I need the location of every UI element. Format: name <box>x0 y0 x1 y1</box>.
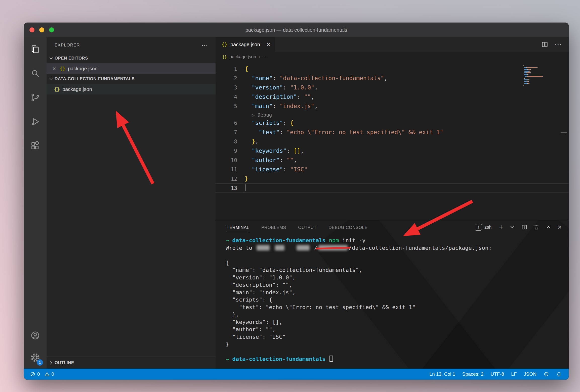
settings-gear-icon[interactable]: 1 <box>24 347 47 369</box>
warning-icon <box>44 371 50 377</box>
chevron-right-icon: › <box>259 54 260 60</box>
terminal-line: "license": "ISC" <box>226 333 569 341</box>
editor-more-actions-icon[interactable]: ⋯ <box>555 43 562 46</box>
desktop-background: package.json — data-collection-fundament… <box>0 0 580 392</box>
new-terminal-icon[interactable]: + <box>499 226 503 228</box>
code-line[interactable]: 2 "name": "data-collection-fundamentals"… <box>216 74 569 83</box>
account-icon[interactable] <box>24 324 47 347</box>
terminal-shell-selector[interactable]: ❯ zsh <box>475 224 491 231</box>
scrollbar-mark <box>561 132 567 133</box>
tab-problems[interactable]: PROBLEMS <box>261 222 286 233</box>
activity-source-control-icon[interactable] <box>24 85 47 110</box>
split-terminal-icon[interactable] <box>521 224 527 230</box>
language-mode-status[interactable]: JSON <box>524 371 536 377</box>
eol-status[interactable]: LF <box>511 371 517 377</box>
json-file-icon: {} <box>222 42 227 47</box>
code-line[interactable]: 9 "keywords": [], <box>216 146 569 156</box>
terminal-line: "keywords": [], <box>226 318 569 326</box>
feedback-icon[interactable] <box>544 371 549 377</box>
code-line[interactable]: 7 "test": "echo \"Error: no test specifi… <box>216 128 569 137</box>
code-line[interactable]: 10 "author": "", <box>216 156 569 165</box>
split-editor-icon[interactable] <box>542 41 548 48</box>
code-line[interactable]: 13 <box>216 183 569 193</box>
close-tab-icon[interactable]: × <box>267 41 270 48</box>
line-number: 1 <box>216 65 237 74</box>
code-line[interactable]: 8 }, <box>216 137 569 146</box>
activity-extensions-icon[interactable] <box>24 134 47 158</box>
line-number: 5 <box>216 102 237 111</box>
error-count: 0 <box>37 371 40 377</box>
line-number: 4 <box>216 92 237 102</box>
code-line[interactable]: 12} <box>216 174 569 183</box>
close-panel-icon[interactable]: × <box>558 226 562 228</box>
code-line[interactable]: 6 "scripts": { <box>216 118 569 128</box>
terminal-line: }, <box>226 311 569 318</box>
line-number: 10 <box>216 156 237 165</box>
breadcrumb-more[interactable]: … <box>263 54 267 60</box>
code-line[interactable]: 3 "version": "1.0.0", <box>216 83 569 92</box>
line-number: 13 <box>216 184 237 193</box>
chevron-right-icon <box>49 360 54 365</box>
line-number: 2 <box>216 74 237 83</box>
chevron-down-icon <box>49 56 54 61</box>
window-title: package.json — data-collection-fundament… <box>24 27 569 33</box>
encoding-status[interactable]: UTF-8 <box>490 371 504 377</box>
terminal-content[interactable]: → data-collection-fundamentals npm init … <box>216 234 569 363</box>
editor-tab-bar: {} package.json × ⋯ <box>216 37 569 52</box>
tab-output[interactable]: OUTPUT <box>298 222 316 233</box>
editor-code-area[interactable]: 1{2 "name": "data-collection-fundamental… <box>216 62 569 220</box>
code-line[interactable]: 11 "license": "ISC" <box>216 165 569 174</box>
status-bar: 0 0 Ln 13, Col 1 Spaces: 2 UTF-8 LF JSON <box>24 369 569 380</box>
folder-section-header[interactable]: DATA-COLLECTION-FUNDAMENTALS <box>47 74 216 84</box>
indentation-status[interactable]: Spaces: 2 <box>462 371 484 377</box>
line-number: 11 <box>216 165 237 174</box>
activity-search-icon[interactable] <box>24 61 47 85</box>
editor-actions: ⋯ <box>542 37 569 52</box>
code-line[interactable]: 1{ <box>216 64 569 74</box>
activity-bar: 1 <box>24 37 47 369</box>
terminal-line: } <box>226 340 569 348</box>
sidebar-more-actions-icon[interactable]: ⋯ <box>201 44 208 46</box>
breadcrumb[interactable]: {} package.json › … <box>216 52 569 62</box>
terminal-line: "main": "index.js", <box>226 289 569 296</box>
cursor-position-status[interactable]: Ln 13, Col 1 <box>429 371 455 377</box>
problems-status[interactable]: 0 0 <box>30 371 54 377</box>
open-editor-item-package-json[interactable]: × {} package.json <box>47 63 216 74</box>
terminal-line: → data-collection-fundamentals npm init … <box>226 237 569 244</box>
activity-run-debug-icon[interactable] <box>24 110 47 134</box>
tab-debug-console[interactable]: DEBUG CONSOLE <box>328 222 367 233</box>
terminal-line: Wrote to //data-collection-fundamentals/… <box>226 244 569 252</box>
code-line[interactable]: 5 "main": "index.js", <box>216 102 569 111</box>
terminal-icon: ❯ <box>475 224 482 231</box>
maximize-panel-chevron-up-icon[interactable] <box>546 224 552 230</box>
codelens-debug-action[interactable]: ▷ Debug <box>252 112 272 118</box>
close-editor-icon[interactable]: × <box>51 65 57 72</box>
code-lines: 1{2 "name": "data-collection-fundamental… <box>216 62 569 193</box>
file-item-package-json[interactable]: {} package.json <box>47 84 216 94</box>
kill-terminal-trash-icon[interactable] <box>533 224 540 230</box>
breadcrumb-file[interactable]: package.json <box>229 54 256 60</box>
line-number: 3 <box>216 83 237 92</box>
tab-package-json[interactable]: {} package.json × <box>216 37 275 52</box>
json-file-icon: {} <box>60 66 65 71</box>
editor-group: {} package.json × ⋯ {} package.json › <box>216 37 569 369</box>
panel-tabs: TERMINAL PROBLEMS OUTPUT DEBUG CONSOLE <box>227 222 367 233</box>
notifications-bell-icon[interactable] <box>556 371 562 377</box>
outline-section-header[interactable]: OUTLINE <box>47 357 216 369</box>
activity-explorer-icon[interactable] <box>24 37 47 61</box>
sidebar-title: EXPLORER <box>55 43 80 48</box>
tab-label: package.json <box>230 42 260 47</box>
title-bar: package.json — data-collection-fundament… <box>24 23 569 37</box>
terminal-line: "test": "echo \"Error: no test specified… <box>226 304 569 311</box>
open-editors-section-header[interactable]: OPEN EDITORS <box>47 53 216 63</box>
panel-header: TERMINAL PROBLEMS OUTPUT DEBUG CONSOLE ❯… <box>216 220 569 234</box>
terminal-line: → data-collection-fundamentals <box>226 355 569 363</box>
code-line[interactable]: 4 "description": "", <box>216 92 569 102</box>
tab-terminal[interactable]: TERMINAL <box>227 222 249 233</box>
terminal-line: "scripts": { <box>226 296 569 304</box>
line-number: 6 <box>216 119 237 128</box>
file-name: package.json <box>62 86 92 92</box>
minimap[interactable] <box>523 65 557 88</box>
terminal-dropdown-chevron-icon[interactable] <box>509 224 515 230</box>
terminal-line: "version": "1.0.0", <box>226 274 569 281</box>
